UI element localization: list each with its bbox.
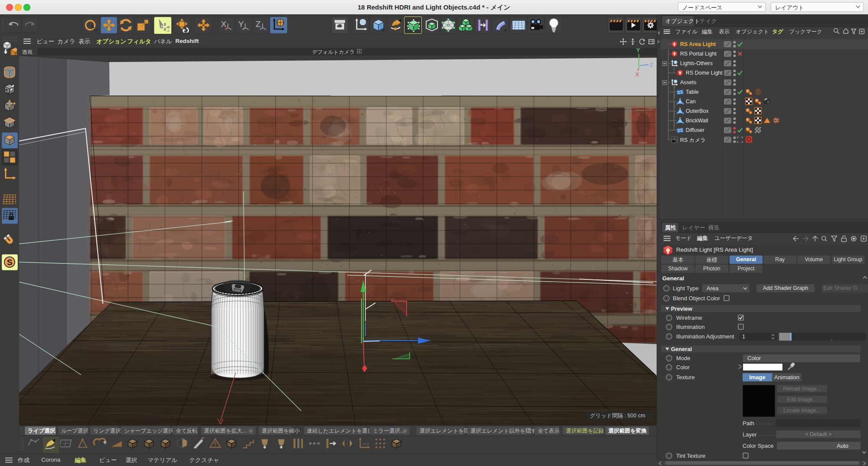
svg-text:X: X (635, 71, 639, 78)
svg-text:Y: Y (238, 20, 244, 29)
svg-text:Z: Z (650, 62, 653, 68)
svg-text:S: S (7, 258, 13, 267)
svg-text:Z: Z (256, 20, 261, 29)
svg-text:X: X (221, 20, 227, 29)
svg-text:XYZ: XYZ (362, 442, 369, 446)
svg-text:Y: Y (636, 47, 640, 53)
svg-text:グリッド間隔 : 500 cm: グリッド間隔 : 500 cm (590, 413, 645, 419)
